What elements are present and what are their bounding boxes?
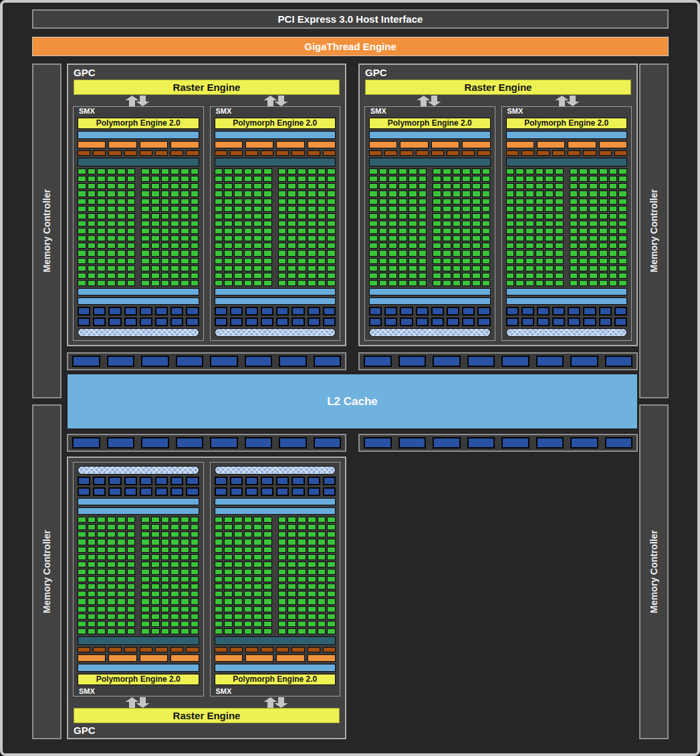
cuda-core xyxy=(151,561,160,568)
cuda-core xyxy=(215,614,223,620)
cuda-core xyxy=(545,280,554,286)
cuda-core xyxy=(181,517,189,523)
cuda-core xyxy=(599,176,608,182)
navy-segment xyxy=(124,487,137,496)
cuda-core xyxy=(609,228,618,234)
navy-segment xyxy=(521,318,534,326)
cuda-core-row xyxy=(215,628,336,634)
cuda-core xyxy=(97,621,106,627)
cuda-core xyxy=(88,235,96,241)
cuda-core xyxy=(181,591,189,597)
cuda-core xyxy=(308,517,316,523)
cuda-core xyxy=(253,168,262,174)
cuda-core xyxy=(398,265,407,271)
cuda-core xyxy=(181,524,189,530)
cuda-core xyxy=(224,250,233,256)
cuda-core xyxy=(453,168,461,174)
cuda-core xyxy=(609,280,618,286)
cuda-core xyxy=(409,199,417,205)
core-grid-gap xyxy=(273,213,277,219)
cuda-core xyxy=(287,168,296,174)
cuda-core xyxy=(308,191,316,197)
cuda-core xyxy=(327,539,336,545)
cuda-core xyxy=(141,539,150,545)
cuda-core xyxy=(278,258,287,264)
cuda-core xyxy=(78,265,86,271)
cuda-core xyxy=(599,280,608,286)
navy-segment xyxy=(369,307,382,316)
cuda-core xyxy=(327,243,336,249)
cuda-core-row xyxy=(78,258,199,264)
cuda-core xyxy=(215,250,223,256)
cuda-core xyxy=(419,258,427,264)
cuda-core xyxy=(263,191,272,197)
cuda-core xyxy=(433,235,441,241)
cuda-core xyxy=(287,621,296,627)
cuda-core xyxy=(170,228,179,234)
cuda-core xyxy=(462,228,471,234)
orange-segment xyxy=(506,141,534,148)
cuda-core-grid xyxy=(506,168,628,286)
cuda-core xyxy=(327,176,336,182)
cuda-core xyxy=(215,280,223,286)
cuda-core xyxy=(579,250,588,256)
core-grid-gap xyxy=(273,591,277,597)
cuda-core xyxy=(599,199,608,205)
hatched-bar xyxy=(215,328,336,337)
rop-segment xyxy=(364,356,392,367)
cuda-core-row xyxy=(78,606,199,612)
cuda-core xyxy=(599,206,608,212)
cuda-core xyxy=(181,569,189,575)
cuda-core xyxy=(287,183,296,189)
cuda-core-row xyxy=(369,221,491,227)
cuda-core xyxy=(224,228,233,234)
brown-segment xyxy=(552,150,565,156)
polymorph-engine-bar: Polymorph Engine 2.0 xyxy=(78,674,199,685)
polymorph-engine-bar: Polymorph Engine 2.0 xyxy=(78,118,199,129)
cuda-core xyxy=(161,606,170,612)
cuda-core xyxy=(545,176,554,182)
cuda-core xyxy=(88,265,96,271)
cuda-core xyxy=(308,243,316,249)
cuda-core xyxy=(618,168,627,174)
rop-segment xyxy=(364,437,392,449)
cuda-core xyxy=(287,517,296,523)
cuda-core-row xyxy=(78,168,199,174)
cuda-core xyxy=(308,547,316,553)
cuda-core xyxy=(161,576,170,582)
brown-segment xyxy=(506,150,519,156)
navy-segment xyxy=(323,477,336,485)
cuda-core-row xyxy=(215,591,336,597)
cuda-core xyxy=(555,221,564,227)
cuda-core xyxy=(589,206,598,212)
memory-controller-top-right: Memory Controller xyxy=(639,64,669,398)
cuda-core xyxy=(181,554,189,560)
cuda-core xyxy=(579,273,588,279)
cuda-core xyxy=(369,235,378,241)
cuda-core-row xyxy=(78,591,199,597)
core-grid-gap xyxy=(136,576,140,582)
cuda-core xyxy=(107,561,116,568)
cuda-core xyxy=(287,628,296,634)
orange-segment xyxy=(245,141,273,148)
navy-segment xyxy=(599,318,612,326)
cuda-core xyxy=(579,265,588,271)
cuda-core xyxy=(224,584,233,590)
cuda-core xyxy=(327,258,336,264)
cuda-core xyxy=(589,199,598,205)
cuda-core-row xyxy=(78,213,199,219)
cuda-core xyxy=(599,273,608,279)
cuda-core xyxy=(78,191,86,197)
cuda-core xyxy=(181,598,189,604)
cuda-core xyxy=(263,539,272,545)
brown-segment xyxy=(521,150,534,156)
cuda-core xyxy=(453,176,461,182)
cuda-core xyxy=(599,168,608,174)
navy-segment xyxy=(108,477,121,485)
cuda-core xyxy=(327,168,336,174)
cuda-core xyxy=(117,250,126,256)
brown-segment xyxy=(384,150,397,156)
cuda-core xyxy=(215,243,223,249)
cuda-core xyxy=(536,228,544,234)
cuda-core xyxy=(107,176,116,182)
